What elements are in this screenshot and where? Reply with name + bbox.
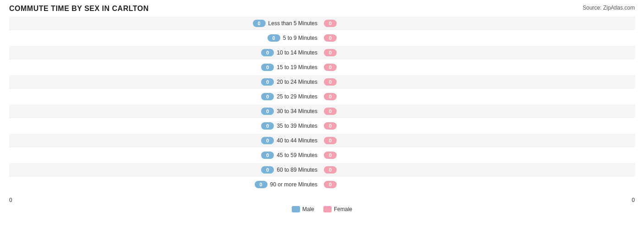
male-value: 0	[261, 93, 274, 100]
row-label: Less than 5 Minutes	[266, 20, 320, 27]
left-side: 0 20 to 24 Minutes	[9, 75, 322, 89]
table-row: 0 45 to 59 Minutes 0	[9, 148, 635, 162]
male-value: 0	[261, 137, 274, 144]
table-row: 0 10 to 14 Minutes 0	[9, 46, 635, 60]
right-side: 0	[322, 163, 635, 177]
right-side: 0	[322, 90, 635, 103]
row-label: 30 to 34 Minutes	[274, 108, 320, 114]
row-label: 35 to 39 Minutes	[274, 123, 320, 129]
female-value: 0	[324, 93, 337, 100]
left-side: 0 90 or more Minutes	[9, 178, 322, 191]
male-value: 0	[261, 64, 274, 71]
female-label: Female	[334, 206, 352, 212]
header-row: COMMUTE TIME BY SEX IN CARLTON Source: Z…	[9, 5, 635, 13]
source-text: Source: ZipAtlas.com	[583, 5, 635, 11]
female-value: 0	[324, 122, 337, 130]
female-value: 0	[324, 78, 337, 86]
female-value: 0	[324, 137, 337, 144]
row-label: 5 to 9 Minutes	[280, 35, 320, 41]
row-label: 60 to 89 Minutes	[274, 167, 320, 173]
right-side: 0	[322, 31, 635, 45]
male-value: 0	[253, 20, 266, 27]
table-row: 0 40 to 44 Minutes 0	[9, 134, 635, 147]
female-value: 0	[324, 108, 337, 115]
left-side: 0 25 to 29 Minutes	[9, 90, 322, 103]
male-value: 0	[261, 108, 274, 115]
chart-title: COMMUTE TIME BY SEX IN CARLTON	[9, 5, 149, 13]
chart-container: COMMUTE TIME BY SEX IN CARLTON Source: Z…	[0, 0, 644, 239]
right-side: 0	[322, 60, 635, 74]
row-label: 90 or more Minutes	[267, 181, 320, 188]
axis-left-label: 0	[9, 197, 12, 203]
male-swatch	[292, 206, 300, 212]
row-label: 40 to 44 Minutes	[274, 137, 320, 144]
left-side: 0 40 to 44 Minutes	[9, 134, 322, 147]
right-side: 0	[322, 148, 635, 162]
male-value: 0	[261, 166, 274, 174]
table-row: 0 20 to 24 Minutes 0	[9, 75, 635, 89]
female-value: 0	[324, 49, 337, 56]
row-label: 25 to 29 Minutes	[274, 93, 320, 100]
left-side: 0 5 to 9 Minutes	[9, 31, 322, 45]
male-value: 0	[261, 78, 274, 86]
left-side: 0 35 to 39 Minutes	[9, 119, 322, 133]
legend: Male Female	[9, 206, 635, 212]
female-value: 0	[324, 166, 337, 174]
right-side: 0	[322, 46, 635, 60]
axis-right-label: 0	[632, 197, 635, 203]
chart-area: 0 Less than 5 Minutes 0 0 5 to 9 Minutes…	[9, 16, 635, 195]
right-side: 0	[322, 75, 635, 89]
table-row: 0 5 to 9 Minutes 0	[9, 31, 635, 45]
male-value: 0	[261, 49, 274, 56]
row-label: 45 to 59 Minutes	[274, 152, 320, 158]
table-row: 0 90 or more Minutes 0	[9, 178, 635, 191]
row-label: 15 to 19 Minutes	[274, 64, 320, 71]
female-value: 0	[324, 64, 337, 71]
female-value: 0	[324, 34, 337, 42]
row-label: 10 to 14 Minutes	[274, 49, 320, 56]
male-label: Male	[302, 206, 314, 212]
right-side: 0	[322, 178, 635, 191]
legend-male: Male	[292, 206, 314, 212]
axis-row: 0 0	[9, 197, 635, 203]
left-side: 0 Less than 5 Minutes	[9, 16, 322, 30]
table-row: 0 15 to 19 Minutes 0	[9, 60, 635, 74]
left-side: 0 15 to 19 Minutes	[9, 60, 322, 74]
left-side: 0 30 to 34 Minutes	[9, 104, 322, 118]
left-side: 0 60 to 89 Minutes	[9, 163, 322, 177]
female-value: 0	[324, 20, 337, 27]
left-side: 0 45 to 59 Minutes	[9, 148, 322, 162]
female-swatch	[323, 206, 332, 212]
male-value: 0	[261, 152, 274, 159]
row-label: 20 to 24 Minutes	[274, 79, 320, 85]
right-side: 0	[322, 119, 635, 133]
female-value: 0	[324, 181, 337, 188]
legend-female: Female	[323, 206, 352, 212]
male-value: 0	[255, 181, 267, 188]
right-side: 0	[322, 134, 635, 147]
table-row: 0 60 to 89 Minutes 0	[9, 163, 635, 177]
table-row: 0 35 to 39 Minutes 0	[9, 119, 635, 133]
male-value: 0	[267, 34, 280, 42]
table-row: 0 Less than 5 Minutes 0	[9, 16, 635, 30]
left-side: 0 10 to 14 Minutes	[9, 46, 322, 60]
table-row: 0 30 to 34 Minutes 0	[9, 104, 635, 118]
female-value: 0	[324, 152, 337, 159]
right-side: 0	[322, 16, 635, 30]
table-row: 0 25 to 29 Minutes 0	[9, 90, 635, 103]
right-side: 0	[322, 104, 635, 118]
male-value: 0	[261, 122, 274, 130]
